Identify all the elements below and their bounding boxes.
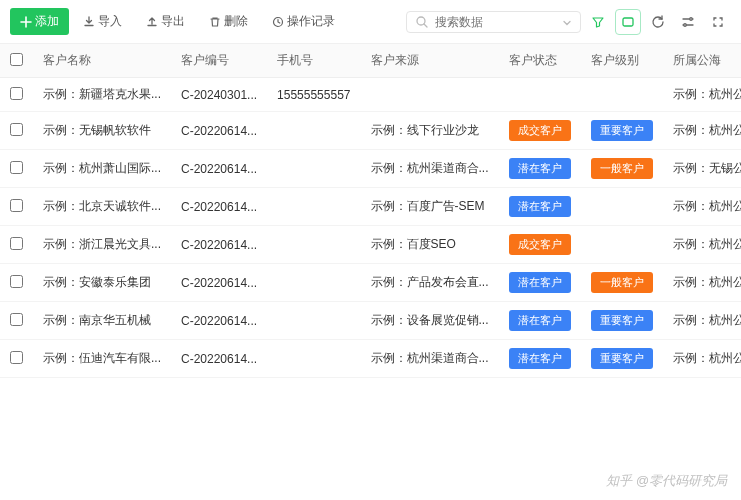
cell-pool: 示例：无锡公海池 bbox=[673, 160, 741, 177]
import-label: 导入 bbox=[98, 13, 122, 30]
table-container: 客户名称 客户编号 手机号 客户来源 客户状态 客户级别 所属公海 客户查 示例… bbox=[0, 44, 741, 378]
table-row[interactable]: 示例：南京华五机械 C-20220614... 示例：设备展览促销... 潜在客… bbox=[0, 302, 741, 340]
status-badge: 潜在客户 bbox=[509, 158, 571, 179]
log-button[interactable]: 操作记录 bbox=[262, 8, 345, 35]
filter-button[interactable] bbox=[585, 9, 611, 35]
header-pool[interactable]: 所属公海 bbox=[663, 44, 741, 78]
cell-pool: 示例：杭州公海池 bbox=[673, 236, 741, 253]
add-button[interactable]: 添加 bbox=[10, 8, 69, 35]
import-icon bbox=[83, 16, 95, 28]
cell-name: 示例：无锡帆软软件 bbox=[43, 122, 151, 139]
row-checkbox[interactable] bbox=[10, 351, 23, 364]
cell-code: C-20220614... bbox=[181, 352, 257, 366]
row-checkbox[interactable] bbox=[10, 161, 23, 174]
toolbar: 添加 导入 导出 删除 操作记录 bbox=[0, 0, 741, 44]
header-phone[interactable]: 手机号 bbox=[267, 44, 360, 78]
cell-code: C-20220614... bbox=[181, 124, 257, 138]
level-badge: 一般客户 bbox=[591, 158, 653, 179]
customer-table: 客户名称 客户编号 手机号 客户来源 客户状态 客户级别 所属公海 客户查 示例… bbox=[0, 44, 741, 378]
cell-source: 示例：杭州渠道商合... bbox=[371, 160, 489, 177]
cell-name: 示例：新疆塔克水果... bbox=[43, 86, 161, 103]
cell-name: 示例：浙江晨光文具... bbox=[43, 236, 161, 253]
cell-source: 示例：百度广告-SEM bbox=[371, 198, 485, 215]
table-row[interactable]: 示例：安徽泰乐集团 C-20220614... 示例：产品发布会直... 潜在客… bbox=[0, 264, 741, 302]
cell-pool: 示例：杭州公海池 bbox=[673, 86, 741, 103]
row-checkbox[interactable] bbox=[10, 313, 23, 326]
cell-source: 示例：线下行业沙龙 bbox=[371, 122, 479, 139]
level-badge: 重要客户 bbox=[591, 348, 653, 369]
cell-pool: 示例：杭州公海池 bbox=[673, 274, 741, 291]
header-source[interactable]: 客户来源 bbox=[361, 44, 499, 78]
svg-point-3 bbox=[690, 17, 693, 20]
refresh-button[interactable] bbox=[645, 9, 671, 35]
delete-button[interactable]: 删除 bbox=[199, 8, 258, 35]
select-all-checkbox[interactable] bbox=[10, 53, 23, 66]
header-level[interactable]: 客户级别 bbox=[581, 44, 663, 78]
log-label: 操作记录 bbox=[287, 13, 335, 30]
plus-icon bbox=[20, 16, 32, 28]
card-view-button[interactable] bbox=[615, 9, 641, 35]
import-button[interactable]: 导入 bbox=[73, 8, 132, 35]
svg-rect-2 bbox=[623, 18, 633, 26]
level-badge: 重要客户 bbox=[591, 120, 653, 141]
cell-code: C-20220614... bbox=[181, 276, 257, 290]
level-badge: 一般客户 bbox=[591, 272, 653, 293]
add-label: 添加 bbox=[35, 13, 59, 30]
cell-name: 示例：北京天诚软件... bbox=[43, 198, 161, 215]
clock-icon bbox=[272, 16, 284, 28]
delete-label: 删除 bbox=[224, 13, 248, 30]
cell-source: 示例：杭州渠道商合... bbox=[371, 350, 489, 367]
cell-phone: 15555555557 bbox=[277, 88, 350, 102]
export-icon bbox=[146, 16, 158, 28]
row-checkbox[interactable] bbox=[10, 237, 23, 250]
cell-pool: 示例：杭州公海池 bbox=[673, 198, 741, 215]
status-badge: 潜在客户 bbox=[509, 272, 571, 293]
status-badge: 成交客户 bbox=[509, 120, 571, 141]
status-badge: 潜在客户 bbox=[509, 196, 571, 217]
cell-code: C-20220614... bbox=[181, 314, 257, 328]
fullscreen-button[interactable] bbox=[705, 9, 731, 35]
cell-code: C-20220614... bbox=[181, 162, 257, 176]
row-checkbox[interactable] bbox=[10, 123, 23, 136]
header-name[interactable]: 客户名称 bbox=[33, 44, 171, 78]
export-button[interactable]: 导出 bbox=[136, 8, 195, 35]
row-checkbox[interactable] bbox=[10, 275, 23, 288]
table-row[interactable]: 示例：伍迪汽车有限... C-20220614... 示例：杭州渠道商合... … bbox=[0, 340, 741, 378]
cell-source: 示例：产品发布会直... bbox=[371, 274, 489, 291]
cell-pool: 示例：杭州公海池 bbox=[673, 312, 741, 329]
cell-name: 示例：南京华五机械 bbox=[43, 312, 151, 329]
cell-source: 示例：百度SEO bbox=[371, 236, 456, 253]
cell-name: 示例：安徽泰乐集团 bbox=[43, 274, 151, 291]
table-row[interactable]: 示例：北京天诚软件... C-20220614... 示例：百度广告-SEM 潜… bbox=[0, 188, 741, 226]
cell-code: C-20240301... bbox=[181, 88, 257, 102]
settings-button[interactable] bbox=[675, 9, 701, 35]
table-row[interactable]: 示例：新疆塔克水果... C-20240301... 15555555557 示… bbox=[0, 78, 741, 112]
cell-pool: 示例：杭州公海池 bbox=[673, 350, 741, 367]
row-checkbox[interactable] bbox=[10, 199, 23, 212]
status-badge: 成交客户 bbox=[509, 234, 571, 255]
cell-pool: 示例：杭州公海池 bbox=[673, 122, 741, 139]
table-row[interactable]: 示例：杭州萧山国际... C-20220614... 示例：杭州渠道商合... … bbox=[0, 150, 741, 188]
export-label: 导出 bbox=[161, 13, 185, 30]
svg-point-4 bbox=[684, 23, 687, 26]
cell-code: C-20220614... bbox=[181, 200, 257, 214]
level-badge: 重要客户 bbox=[591, 310, 653, 331]
header-status[interactable]: 客户状态 bbox=[499, 44, 581, 78]
header-code[interactable]: 客户编号 bbox=[171, 44, 267, 78]
search-icon bbox=[415, 15, 429, 29]
cell-source: 示例：设备展览促销... bbox=[371, 312, 489, 329]
chevron-down-icon[interactable] bbox=[562, 17, 572, 27]
table-row[interactable]: 示例：无锡帆软软件 C-20220614... 示例：线下行业沙龙 成交客户 重… bbox=[0, 112, 741, 150]
cell-code: C-20220614... bbox=[181, 238, 257, 252]
search-input[interactable] bbox=[435, 15, 556, 29]
status-badge: 潜在客户 bbox=[509, 348, 571, 369]
trash-icon bbox=[209, 16, 221, 28]
search-box[interactable] bbox=[406, 11, 581, 33]
table-row[interactable]: 示例：浙江晨光文具... C-20220614... 示例：百度SEO 成交客户… bbox=[0, 226, 741, 264]
cell-name: 示例：伍迪汽车有限... bbox=[43, 350, 161, 367]
cell-name: 示例：杭州萧山国际... bbox=[43, 160, 161, 177]
status-badge: 潜在客户 bbox=[509, 310, 571, 331]
header-row: 客户名称 客户编号 手机号 客户来源 客户状态 客户级别 所属公海 客户查 bbox=[0, 44, 741, 78]
watermark: 知乎 @零代码研究局 bbox=[606, 472, 727, 490]
row-checkbox[interactable] bbox=[10, 87, 23, 100]
